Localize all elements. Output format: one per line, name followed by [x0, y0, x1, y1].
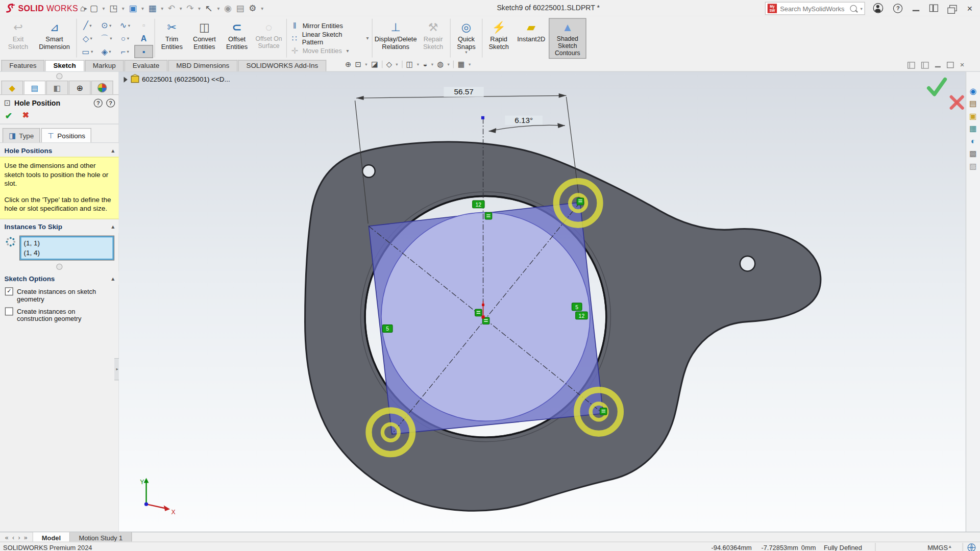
magnet-pin-icon[interactable]: ◉: [224, 4, 232, 12]
view-palette-icon[interactable]: ▦: [969, 124, 977, 133]
tab-features[interactable]: Features: [1, 60, 44, 71]
appearances-icon[interactable]: ◐: [971, 137, 976, 145]
tab-motion-study-1[interactable]: Motion Study 1: [70, 532, 132, 542]
point-tool-button[interactable]: ▪: [134, 45, 153, 58]
linear-sketch-pattern-button[interactable]: ∷ Linear Sketch Pattern ▾: [288, 33, 371, 44]
custom-properties-icon[interactable]: ▩: [969, 149, 977, 158]
globe-status-icon[interactable]: [968, 543, 976, 551]
tab-evaluate[interactable]: Evaluate: [125, 60, 167, 71]
smart-dimension-button[interactable]: ⊿ Smart Dimension: [34, 18, 75, 52]
search-caret-icon[interactable]: ▾: [860, 6, 862, 11]
options-gear-icon[interactable]: ⚙: [249, 4, 256, 12]
sketch-relation-icon[interactable]: [485, 212, 492, 219]
doc-pane-right-icon[interactable]: [921, 62, 929, 68]
part-small-hole-left[interactable]: [362, 165, 375, 177]
spline-tool-button[interactable]: ∿▾: [116, 19, 135, 32]
window-split-button[interactable]: [929, 5, 938, 12]
options-caret-icon[interactable]: ▾: [261, 5, 263, 11]
sketch-geometry-checkbox[interactable]: ✓: [5, 288, 13, 296]
quick-snaps-button[interactable]: ◎ Quick Snaps ▾: [452, 18, 480, 57]
doc-close-icon[interactable]: ×: [960, 61, 965, 69]
sketch-relation-icon[interactable]: 5: [382, 325, 393, 333]
undo-caret-icon[interactable]: ▾: [180, 5, 182, 11]
part-small-hole-right[interactable]: [740, 256, 755, 271]
dimxpert-manager-tab[interactable]: ⊕: [69, 81, 91, 94]
construction-geometry-checkbox[interactable]: [5, 307, 13, 315]
restore-button[interactable]: [949, 5, 957, 11]
sketch-relation-icon[interactable]: [577, 198, 583, 205]
tab-markup[interactable]: Markup: [85, 60, 124, 71]
display-delete-relations-button[interactable]: ⊥ Display/Delete Relations: [374, 18, 418, 52]
ok-button[interactable]: ✔: [5, 111, 12, 121]
view-settings-icon[interactable]: ▦: [458, 61, 465, 68]
solidworks-resources-icon[interactable]: ◉: [970, 87, 977, 95]
circle-tool-button[interactable]: ⊙▾: [97, 19, 116, 32]
help-icon[interactable]: ?: [106, 98, 115, 107]
skip-instance-item[interactable]: (1, 1): [24, 239, 110, 248]
sketch-options-section-header[interactable]: Sketch Options ▴: [0, 271, 119, 285]
section-resize-handle[interactable]: [56, 264, 62, 270]
repair-sketch-button[interactable]: ⚒ Repair Sketch: [418, 18, 449, 52]
convert-entities-button[interactable]: ◫ Convert Entities: [187, 18, 221, 52]
units-caret-icon[interactable]: ▴: [949, 543, 951, 549]
property-manager-tab[interactable]: ▤: [24, 81, 46, 94]
configuration-manager-tab[interactable]: ◧: [46, 81, 68, 94]
file-explorer-icon[interactable]: ▣: [969, 112, 977, 120]
rapid-sketch-button[interactable]: ⚡ Rapid Sketch: [484, 18, 514, 52]
rectangle-tool-button[interactable]: ◇▾: [78, 32, 97, 45]
doc-pane-left-icon[interactable]: [908, 62, 915, 68]
home-icon[interactable]: ⌂: [80, 4, 85, 12]
display-manager-tab[interactable]: [91, 81, 113, 94]
help-pin-icon[interactable]: ?: [94, 98, 103, 107]
print-icon[interactable]: ▦: [148, 4, 156, 12]
offset-on-surface-button[interactable]: ◌ Offset On Surface: [253, 18, 285, 52]
angle-dimension-value[interactable]: 6.13°: [514, 116, 533, 124]
tab-solidworks-addins[interactable]: SOLIDWORKS Add-Ins: [238, 60, 326, 71]
arc-tool-button[interactable]: ⌒▾: [97, 32, 116, 45]
new-document-icon[interactable]: ▢: [90, 4, 98, 12]
sketch-point-top[interactable]: [481, 116, 484, 119]
tab-sketch[interactable]: Sketch: [45, 60, 84, 71]
feature-tree-node-label[interactable]: 60225001 (60225001) <<D...: [142, 76, 230, 83]
sketch-point-upper-center[interactable]: [482, 304, 484, 306]
doc-restore-icon[interactable]: [947, 62, 953, 68]
cancel-button[interactable]: ✖: [22, 111, 29, 121]
offset-entities-button[interactable]: ⊂ Offset Entities: [221, 18, 252, 52]
instant2d-button[interactable]: ▰ Instant2D: [514, 18, 549, 45]
select-cursor-icon[interactable]: ↖: [205, 4, 213, 13]
exit-sketch-button[interactable]: ↩ Exit Sketch: [3, 18, 34, 52]
sketch-point-center[interactable]: [481, 315, 484, 318]
design-library-icon[interactable]: ▤: [969, 99, 977, 108]
status-units[interactable]: MMGS: [927, 543, 948, 551]
feature-manager-tab[interactable]: ◆: [1, 81, 23, 94]
open-caret-icon[interactable]: ▾: [122, 5, 125, 11]
slot-tool-button[interactable]: ▭▾: [78, 45, 97, 58]
linear-dimension-value[interactable]: 56.57: [454, 87, 473, 96]
collapse-chevron-icon[interactable]: ▴: [112, 224, 115, 230]
positions-tab[interactable]: ⊤ Positions: [41, 128, 91, 142]
move-entities-button[interactable]: ✛ Move Entities ▾: [288, 45, 371, 56]
redo-icon[interactable]: ↷: [186, 4, 193, 12]
sketch-picture-button[interactable]: ▫: [134, 19, 153, 32]
polygon-tool-button[interactable]: ◈▾: [97, 45, 116, 58]
view-orientation-icon[interactable]: ◇: [386, 61, 392, 68]
sketch-relation-icon[interactable]: 12: [473, 201, 484, 208]
tab-model[interactable]: Model: [33, 532, 70, 542]
open-icon[interactable]: ◳: [109, 4, 117, 12]
search-icon[interactable]: [850, 5, 857, 12]
sketch-relation-icon[interactable]: [475, 309, 482, 316]
type-tab[interactable]: ◨ Type: [3, 128, 40, 142]
zoom-to-fit-icon[interactable]: ⊕: [345, 61, 351, 68]
section-view-icon[interactable]: ◪: [371, 61, 378, 68]
save-caret-icon[interactable]: ▾: [141, 5, 144, 11]
skip-instance-item[interactable]: (1, 4): [24, 248, 110, 257]
instances-to-skip-list[interactable]: (1, 1) (1, 4): [20, 236, 114, 260]
save-icon[interactable]: ▣: [129, 4, 137, 12]
sketch-relation-icon[interactable]: 5: [572, 303, 582, 311]
print-caret-icon[interactable]: ▾: [161, 5, 163, 11]
line-tool-button[interactable]: ╱▾: [78, 19, 97, 32]
doc-minimize-icon[interactable]: [935, 66, 941, 67]
zoom-to-area-icon[interactable]: ⊡: [355, 61, 361, 68]
minimize-button[interactable]: [913, 10, 919, 11]
text-tool-button[interactable]: A: [134, 32, 153, 45]
